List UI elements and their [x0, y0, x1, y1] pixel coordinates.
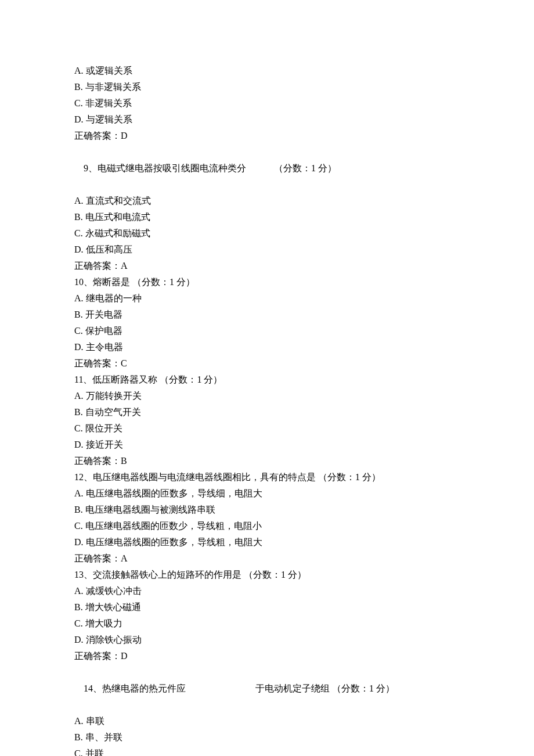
q11-option-d: D. 接近开关	[74, 437, 476, 453]
q8-answer: 正确答案：D	[74, 128, 476, 144]
q9-option-b: B. 电压式和电流式	[74, 209, 476, 225]
q14-option-a: A. 串联	[74, 713, 476, 729]
q11-stem: 11、低压断路器又称 （分数：1 分）	[74, 372, 476, 388]
q10-option-a: A. 继电器的一种	[74, 290, 476, 307]
q14-stem-text: 14、热继电器的热元件应	[84, 683, 186, 693]
q14-option-c: C. 并联	[74, 746, 476, 756]
q13-stem: 13、交流接触器铁心上的短路环的作用是 （分数：1 分）	[74, 567, 476, 583]
q8-option-a: A. 或逻辑关系	[74, 63, 476, 79]
q13-option-a: A. 减缓铁心冲击	[74, 583, 476, 599]
q11-option-b: B. 自动空气开关	[74, 404, 476, 420]
document-page: A. 或逻辑关系 B. 与非逻辑关系 C. 非逻辑关系 D. 与逻辑关系 正确答…	[0, 0, 534, 756]
q12-option-d: D. 电压继电器线圈的匝数多，导线粗，电阻大	[74, 534, 476, 550]
q9-stem: 9、电磁式继电器按吸引线圈电流种类分（分数：1 分）	[74, 144, 476, 193]
q9-score: （分数：1 分）	[274, 163, 337, 173]
q12-stem: 12、电压继电器线圈与电流继电器线圈相比，具有的特点是 （分数：1 分）	[74, 469, 476, 485]
q13-option-b: B. 增大铁心磁通	[74, 599, 476, 615]
q10-stem: 10、熔断器是 （分数：1 分）	[74, 274, 476, 290]
q11-option-c: C. 限位开关	[74, 420, 476, 437]
q9-option-a: A. 直流式和交流式	[74, 193, 476, 209]
q12-answer: 正确答案：A	[74, 550, 476, 567]
q9-answer: 正确答案：A	[74, 258, 476, 274]
q14-stem-text2: 于电动机定子绕组 （分数：1 分）	[255, 683, 395, 693]
q13-answer: 正确答案：D	[74, 648, 476, 664]
q8-option-d: D. 与逻辑关系	[74, 111, 476, 128]
q10-option-d: D. 主令电器	[74, 339, 476, 355]
q9-stem-text: 9、电磁式继电器按吸引线圈电流种类分	[84, 163, 246, 173]
q9-option-d: D. 低压和高压	[74, 242, 476, 258]
q14-option-b: B. 串、并联	[74, 729, 476, 746]
q11-answer: 正确答案：B	[74, 453, 476, 469]
q10-option-b: B. 开关电器	[74, 307, 476, 323]
q10-answer: 正确答案：C	[74, 355, 476, 372]
q8-option-c: C. 非逻辑关系	[74, 95, 476, 111]
q13-option-d: D. 消除铁心振动	[74, 632, 476, 648]
q13-option-c: C. 增大吸力	[74, 615, 476, 632]
q11-option-a: A. 万能转换开关	[74, 388, 476, 404]
q12-option-b: B. 电压继电器线圈与被测线路串联	[74, 502, 476, 518]
q14-stem: 14、热继电器的热元件应于电动机定子绕组 （分数：1 分）	[74, 664, 476, 713]
q8-option-b: B. 与非逻辑关系	[74, 79, 476, 95]
q12-option-a: A. 电压继电器线圈的匝数多，导线细，电阻大	[74, 485, 476, 502]
q12-option-c: C. 电压继电器线圈的匝数少，导线粗，电阻小	[74, 518, 476, 534]
q9-option-c: C. 永磁式和励磁式	[74, 225, 476, 242]
q10-option-c: C. 保护电器	[74, 323, 476, 339]
